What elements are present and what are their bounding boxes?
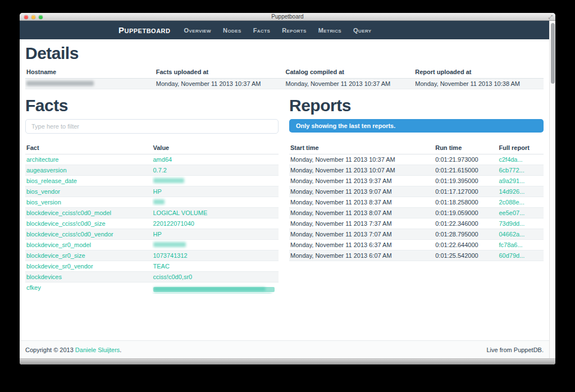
report-hash-link[interactable]: 14d926... bbox=[499, 188, 524, 195]
report-row: Monday, November 11 2013 7:07 AM 0:01:28… bbox=[289, 229, 544, 240]
footer-copyright: Copyright © 2013 Daniele Sluijters. bbox=[25, 347, 121, 353]
reports-alert: Only showing the last ten reports. bbox=[289, 119, 544, 133]
fact-value-link[interactable]: amd64 bbox=[153, 156, 172, 163]
details-col-catalog-compiled: Catalog compiled at bbox=[285, 65, 414, 79]
details-heading: Details bbox=[25, 44, 544, 63]
navbar: Puppetboard Overview Nodes Facts Reports… bbox=[20, 21, 549, 39]
copyright-period: . bbox=[120, 347, 121, 353]
fullscreen-icon[interactable]: ⤢ bbox=[549, 13, 553, 21]
fact-name-link[interactable]: augeasversion bbox=[26, 167, 67, 174]
details-table: Hostname Facts uploaded at Catalog compi… bbox=[25, 65, 544, 89]
fact-name-link[interactable]: blockdevice_cciss!c0d0_size bbox=[26, 220, 106, 227]
report-row: Monday, November 11 2013 8:37 AM 0:01:18… bbox=[289, 197, 544, 208]
report-start-time: Monday, November 11 2013 7:37 AM bbox=[289, 218, 434, 229]
navbar-brand[interactable]: Puppetboard bbox=[118, 25, 171, 35]
close-button[interactable] bbox=[24, 15, 28, 19]
fact-row: blockdevice_cciss!c0d0_model LOGICAL VOL… bbox=[25, 208, 279, 218]
fact-row: bios_vendor HP bbox=[25, 186, 279, 197]
reports-col-runtime: Run time bbox=[434, 141, 498, 154]
scrollbar-thumb[interactable] bbox=[551, 23, 555, 84]
traffic-lights bbox=[24, 13, 43, 21]
navbar-items: Overview Nodes Facts Reports Metrics Que… bbox=[184, 27, 372, 34]
fact-name-link[interactable]: blockdevice_sr0_model bbox=[26, 241, 91, 248]
window-bottom-edge[interactable] bbox=[20, 358, 555, 364]
report-hash-link[interactable]: a9a291... bbox=[499, 177, 524, 184]
report-run-time: 0:01:19.395000 bbox=[434, 176, 498, 186]
fact-row: bios_version bbox=[25, 197, 279, 208]
report-hash-link[interactable]: fc78a6... bbox=[499, 241, 522, 248]
fact-row: blockdevice_sr0_model bbox=[25, 240, 279, 250]
report-run-time: 0:01:28.795000 bbox=[434, 229, 498, 240]
minimize-button[interactable] bbox=[31, 15, 35, 19]
zoom-button[interactable] bbox=[39, 15, 43, 19]
fact-row: bios_release_date bbox=[25, 176, 279, 186]
fact-value-redacted bbox=[153, 242, 186, 247]
fact-row: blockdevice_sr0_vendor TEAC bbox=[25, 261, 279, 272]
report-hash-link[interactable]: ee5e07... bbox=[499, 209, 524, 216]
report-start-time: Monday, November 11 2013 8:37 AM bbox=[289, 197, 434, 208]
author-link[interactable]: Daniele Sluijters bbox=[75, 347, 120, 353]
fact-value-redacted bbox=[153, 199, 165, 204]
nav-item[interactable]: Facts bbox=[253, 27, 271, 34]
details-col-hostname: Hostname bbox=[25, 65, 155, 79]
app-window: Puppetboard ⤢ Puppetboard Overview Nodes… bbox=[20, 13, 555, 364]
reports-section: Reports Only showing the last ten report… bbox=[289, 89, 544, 261]
fact-name-link[interactable]: cfkey bbox=[26, 284, 41, 291]
fact-value-link[interactable]: TEAC bbox=[153, 263, 170, 270]
hostname-redacted bbox=[26, 81, 94, 86]
scrollbar-track[interactable] bbox=[549, 21, 555, 358]
fact-value-link[interactable]: 0.7.2 bbox=[153, 167, 167, 174]
fact-name-link[interactable]: bios_version bbox=[26, 199, 61, 206]
page-content: Details Hostname Facts uploaded at Catal… bbox=[20, 39, 549, 358]
report-start-time: Monday, November 11 2013 9:37 AM bbox=[289, 176, 434, 186]
facts-col-fact: Fact bbox=[25, 141, 152, 154]
report-row: Monday, November 11 2013 9:37 AM 0:01:19… bbox=[289, 176, 544, 186]
nav-item[interactable]: Metrics bbox=[318, 27, 341, 34]
fact-name-link[interactable]: blockdevice_cciss!c0d0_vendor bbox=[26, 231, 113, 238]
fact-name-link[interactable]: blockdevice_cciss!c0d0_model bbox=[26, 209, 111, 216]
report-run-time: 0:01:22.644000 bbox=[434, 240, 498, 250]
report-start-time: Monday, November 11 2013 6:07 AM bbox=[289, 250, 434, 261]
nav-item[interactable]: Nodes bbox=[223, 27, 241, 34]
report-hash-link[interactable]: 6cb772... bbox=[499, 167, 524, 174]
fact-value-link[interactable]: HP bbox=[153, 188, 162, 195]
report-row: Monday, November 11 2013 9:07 AM 0:01:17… bbox=[289, 186, 544, 197]
reports-col-full: Full report bbox=[498, 141, 544, 154]
fact-value-link[interactable]: 220122071040 bbox=[153, 220, 194, 227]
report-hash-link[interactable]: 04662a... bbox=[499, 231, 524, 238]
facts-table: Fact Value architecture bbox=[25, 141, 279, 294]
details-col-report-uploaded: Report uploaded at bbox=[414, 65, 544, 79]
fact-name-link[interactable]: architecture bbox=[26, 156, 58, 163]
fact-value-link[interactable]: HP bbox=[153, 231, 162, 238]
reports-heading: Reports bbox=[289, 96, 544, 115]
report-run-time: 0:01:25.542000 bbox=[434, 250, 498, 261]
window-titlebar[interactable]: Puppetboard ⤢ bbox=[20, 13, 555, 21]
report-start-time: Monday, November 11 2013 7:07 AM bbox=[289, 229, 434, 240]
fact-value-link[interactable]: 1073741312 bbox=[153, 252, 188, 259]
facts-col-value: Value bbox=[152, 141, 279, 154]
fact-row: blockdevice_sr0_size 1073741312 bbox=[25, 250, 279, 261]
footer-source: Live from PuppetDB. bbox=[487, 347, 544, 353]
fact-value-link[interactable]: LOGICAL VOLUME bbox=[153, 209, 208, 216]
fact-name-link[interactable]: bios_vendor bbox=[26, 188, 60, 195]
fact-value-redacted bbox=[153, 287, 275, 292]
nav-item[interactable]: Overview bbox=[184, 27, 212, 34]
fact-value-link[interactable]: cciss!c0d0,sr0 bbox=[153, 274, 193, 280]
nav-item[interactable]: Query bbox=[353, 27, 372, 34]
fact-name-link[interactable]: blockdevices bbox=[26, 274, 62, 280]
report-run-time: 0:01:18.258000 bbox=[434, 197, 498, 208]
fact-row: blockdevices cciss!c0d0,sr0 bbox=[25, 272, 279, 282]
fact-name-link[interactable]: blockdevice_sr0_size bbox=[26, 252, 85, 259]
report-hash-link[interactable]: c2f4da... bbox=[499, 156, 522, 163]
facts-filter-input[interactable] bbox=[25, 119, 279, 134]
report-row: Monday, November 11 2013 8:07 AM 0:01:19… bbox=[289, 208, 544, 218]
fact-name-link[interactable]: blockdevice_sr0_vendor bbox=[26, 263, 93, 270]
footer: Copyright © 2013 Daniele Sluijters. Live… bbox=[20, 340, 549, 358]
report-hash-link[interactable]: 60d79d... bbox=[499, 252, 524, 259]
report-row: Monday, November 11 2013 10:07 AM 0:01:2… bbox=[289, 165, 544, 176]
report-run-time: 0:01:19.059000 bbox=[434, 208, 498, 218]
report-hash-link[interactable]: 73d9dd... bbox=[499, 220, 524, 227]
nav-item[interactable]: Reports bbox=[282, 27, 307, 34]
report-hash-link[interactable]: 2c088e... bbox=[499, 199, 524, 206]
fact-name-link[interactable]: bios_release_date bbox=[26, 177, 77, 184]
